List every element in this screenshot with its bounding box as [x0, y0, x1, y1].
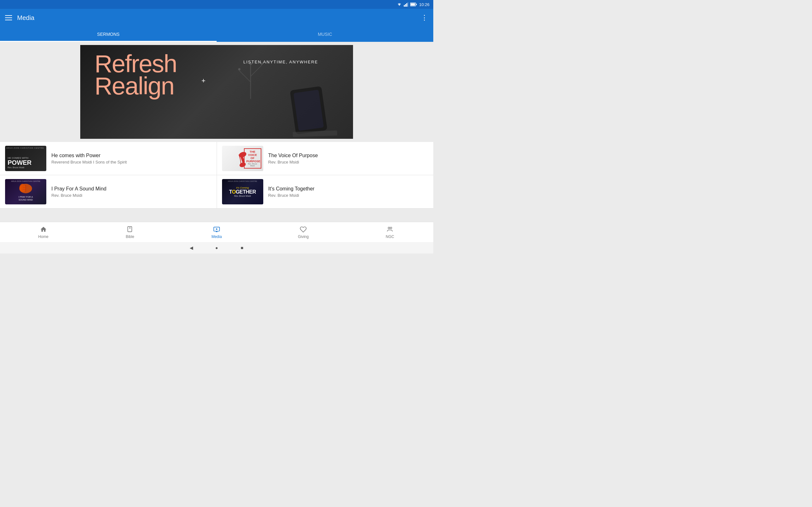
sermon-info-3: I Pray For A Sound Mind Rev. Bruce Msidi: [51, 186, 212, 198]
media-icon: [213, 226, 220, 233]
svg-point-26: [388, 227, 390, 229]
tab-sermons[interactable]: Sermons: [0, 26, 217, 42]
hamburger-menu[interactable]: [5, 15, 12, 20]
svg-rect-3: [408, 2, 408, 7]
nav-media-label: Media: [212, 234, 222, 239]
sermon-title-1: He comes with Power: [51, 153, 212, 158]
nav-bible-label: Bible: [125, 234, 134, 239]
back-button[interactable]: ◀: [188, 245, 194, 251]
sermon-author-2: Rev. Bruce Msidi: [268, 160, 428, 164]
sermon-item-4[interactable]: ARUA ZION CHRISTIAN CENTRE It's Coming T…: [217, 175, 434, 208]
app-bar: Media ⋮: [0, 9, 433, 26]
hero-text-realign: Realign: [95, 73, 177, 98]
svg-rect-6: [416, 4, 417, 5]
wifi-icon: [397, 3, 402, 6]
svg-rect-5: [411, 3, 415, 6]
recent-button[interactable]: ■: [239, 245, 245, 251]
svg-marker-23: [216, 228, 218, 230]
tab-music[interactable]: Music: [217, 26, 433, 42]
phone-mockup: [290, 86, 328, 135]
more-options-button[interactable]: ⋮: [421, 14, 428, 22]
status-icons: 10:26: [397, 2, 429, 7]
nav-media[interactable]: Media: [173, 223, 260, 241]
sermon-list: ARUA ZION CHRISTIAN CENTRE HE COMES WITH…: [0, 142, 433, 209]
hero-plus: +: [201, 77, 206, 85]
home-button[interactable]: ●: [213, 245, 220, 251]
battery-icon: [410, 3, 417, 6]
svg-point-27: [390, 227, 392, 229]
app-bar-left: Media: [5, 14, 34, 21]
hero-decoration-plant: [222, 48, 279, 99]
sermon-info-2: The Voice Of Purpose Rev. Bruce Msidi: [268, 153, 428, 164]
home-icon: [40, 226, 47, 233]
app-title: Media: [17, 14, 34, 21]
sermon-thumb-2: THE VOICE OF PURPOSE Rev. Bruce Msidi: [222, 146, 263, 171]
nav-giving[interactable]: Giving: [260, 223, 347, 241]
sermon-author-3: Rev. Bruce Msidi: [51, 193, 212, 198]
svg-line-8: [240, 71, 251, 82]
nav-home-label: Home: [38, 234, 49, 239]
bottom-nav: Home Bible Media: [0, 222, 433, 242]
hero-listen-text: LISTEN ANYTIME, ANYWHERE: [243, 60, 318, 64]
sermon-author-4: Rev. Bruce Msidi: [268, 193, 428, 198]
svg-line-9: [251, 65, 262, 76]
nav-home[interactable]: Home: [0, 223, 87, 241]
sermon-title-2: The Voice Of Purpose: [268, 153, 428, 158]
sermon-title-3: I Pray For A Sound Mind: [51, 186, 212, 192]
sermon-item-2[interactable]: THE VOICE OF PURPOSE Rev. Bruce Msidi Th…: [217, 142, 434, 175]
hero-text-block: Refresh Realign: [95, 51, 177, 98]
bible-icon: [126, 226, 134, 233]
ngc-icon: [386, 226, 394, 233]
svg-rect-1: [405, 4, 406, 7]
nav-giving-label: Giving: [298, 234, 309, 239]
time-display: 10:26: [419, 2, 429, 7]
banner-container: Refresh Realign + LISTEN ANYTIME, ANYWHE…: [0, 42, 433, 142]
sermon-row-1: ARUA ZION CHRISTIAN CENTRE HE COMES WITH…: [0, 142, 433, 175]
nav-bible[interactable]: Bible: [87, 223, 173, 241]
nav-ngc-label: NGC: [386, 234, 394, 239]
sermon-author-1: Reverend Bruce Msidi I Sons of the Spiri…: [51, 160, 212, 164]
svg-point-10: [238, 68, 241, 70]
status-bar: 10:26: [0, 0, 433, 9]
nav-ngc[interactable]: NGC: [347, 223, 433, 241]
svg-rect-0: [404, 5, 405, 7]
power-text: HE COMES WITH POWER Rev. Bruce Msidi: [8, 157, 44, 169]
sermon-info-1: He comes with Power Reverend Bruce Msidi…: [51, 153, 212, 164]
sermon-thumb-1: ARUA ZION CHRISTIAN CENTRE HE COMES WITH…: [5, 146, 46, 171]
tab-bar: Sermons Music: [0, 26, 433, 42]
brain-svg: [18, 182, 34, 194]
sermon-item-1[interactable]: ARUA ZION CHRISTIAN CENTRE HE COMES WITH…: [0, 142, 217, 175]
svg-rect-2: [406, 3, 407, 7]
sermon-title-4: It's Coming Together: [268, 186, 428, 192]
sermon-item-3[interactable]: ARUA ZION CHRISTIAN CENTRE I PRAY FOR AS…: [0, 175, 217, 208]
sermon-thumb-4: ARUA ZION CHRISTIAN CENTRE It's Coming T…: [222, 179, 263, 205]
sermon-row-2: ARUA ZION CHRISTIAN CENTRE I PRAY FOR AS…: [0, 175, 433, 209]
system-nav: ◀ ● ■: [0, 242, 433, 253]
sermon-info-4: It's Coming Together Rev. Bruce Msidi: [268, 186, 428, 198]
sermon-thumb-3: ARUA ZION CHRISTIAN CENTRE I PRAY FOR AS…: [5, 179, 46, 205]
giving-icon: [299, 226, 307, 233]
hero-banner: Refresh Realign + LISTEN ANYTIME, ANYWHE…: [80, 45, 353, 139]
signal-icon: [404, 2, 408, 7]
